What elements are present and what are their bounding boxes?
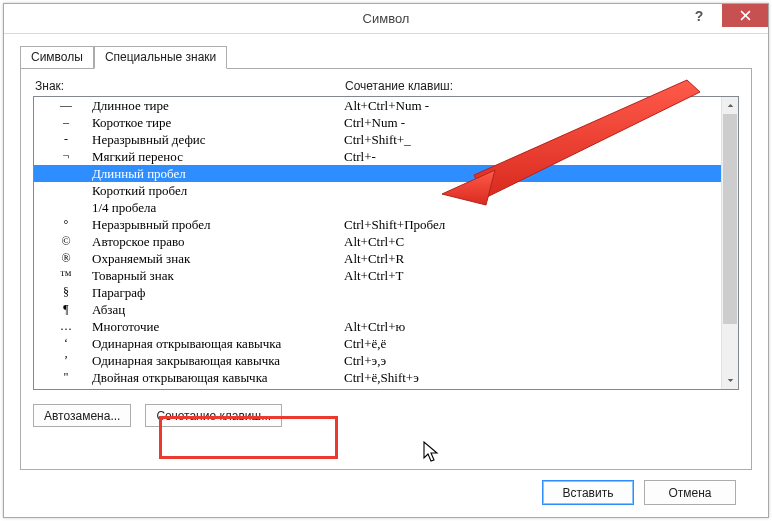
list-item[interactable]: ‘Одинарная открывающая кавычкаCtrl+ё,ё	[34, 335, 721, 352]
symbol-name: Охраняемый знак	[92, 251, 344, 267]
scrollbar-thumb[interactable]	[723, 114, 737, 324]
list-item[interactable]: °Неразрывный пробелCtrl+Shift+Пробел	[34, 216, 721, 233]
symbol-shortcut: Alt+Ctrl+Num -	[344, 98, 721, 114]
symbol-glyph: ’	[40, 353, 92, 368]
list-item[interactable]: ™Товарный знакAlt+Ctrl+T	[34, 267, 721, 284]
symbol-shortcut: Ctrl+ё,Shift+э	[344, 370, 721, 386]
scroll-up-button[interactable]	[722, 97, 738, 114]
list-item[interactable]: Короткий пробел	[34, 182, 721, 199]
scroll-down-button[interactable]	[722, 372, 738, 389]
list-item[interactable]: —Длинное тиреAlt+Ctrl+Num -	[34, 97, 721, 114]
autocorrect-button[interactable]: Автозамена...	[33, 404, 131, 427]
symbol-shortcut: Alt+Ctrl+ю	[344, 319, 721, 335]
symbol-name: Авторское право	[92, 234, 344, 250]
symbol-shortcut: Alt+Ctrl+C	[344, 234, 721, 250]
symbol-shortcut: Alt+Ctrl+T	[344, 268, 721, 284]
cancel-button[interactable]: Отмена	[644, 480, 736, 505]
tab-panel: Знак: Сочетание клавиш: —Длинное тиреAlt…	[20, 68, 752, 470]
symbol-dialog: Символ ? Символы Специальные знаки Знак:…	[3, 3, 769, 518]
symbol-name: Длинное тире	[92, 98, 344, 114]
symbol-name: Одинарная закрывающая кавычка	[92, 353, 344, 369]
symbol-glyph: ¶	[40, 302, 92, 317]
column-headers: Знак: Сочетание клавиш:	[33, 79, 739, 93]
symbol-glyph: …	[40, 319, 92, 334]
list-item[interactable]: "Двойная открывающая кавычкаCtrl+ё,Shift…	[34, 369, 721, 386]
titlebar: Символ ?	[4, 4, 768, 34]
list-body[interactable]: —Длинное тиреAlt+Ctrl+Num -–Короткое тир…	[34, 97, 721, 389]
symbol-glyph: ‘	[40, 336, 92, 351]
tab-strip: Символы Специальные знаки	[20, 44, 752, 68]
tab-special-chars[interactable]: Специальные знаки	[94, 46, 227, 69]
header-sign: Знак:	[35, 79, 345, 93]
window-title: Символ	[4, 11, 768, 26]
list-item[interactable]: §Параграф	[34, 284, 721, 301]
symbol-shortcut: Ctrl+Shift+Пробел	[344, 217, 721, 233]
symbol-name: Неразрывный дефис	[92, 132, 344, 148]
symbol-name: Двойная открывающая кавычка	[92, 370, 344, 386]
symbol-glyph: —	[40, 98, 92, 113]
symbol-name: Параграф	[92, 285, 344, 301]
list-item[interactable]: ¬Мягкий переносCtrl+-	[34, 148, 721, 165]
header-keys: Сочетание клавиш:	[345, 79, 737, 93]
list-item[interactable]: …МноготочиеAlt+Ctrl+ю	[34, 318, 721, 335]
list-item[interactable]: ’Одинарная закрывающая кавычкаCtrl+э,э	[34, 352, 721, 369]
chevron-up-icon	[727, 102, 734, 109]
list-item[interactable]: Длинный пробел	[34, 165, 721, 182]
symbol-shortcut: Ctrl+-	[344, 149, 721, 165]
symbol-glyph: -	[40, 132, 92, 147]
symbol-shortcut: Ctrl+Num -	[344, 115, 721, 131]
symbol-glyph: ¬	[40, 149, 92, 164]
list-item[interactable]: ©Авторское правоAlt+Ctrl+C	[34, 233, 721, 250]
symbol-shortcut: Alt+Ctrl+R	[344, 251, 721, 267]
symbol-shortcut: Ctrl+э,э	[344, 353, 721, 369]
close-icon	[740, 10, 751, 21]
symbol-name: Товарный знак	[92, 268, 344, 284]
symbol-shortcut: Ctrl+Shift+_	[344, 132, 721, 148]
dialog-buttons: Вставить Отмена	[20, 470, 752, 505]
symbol-glyph: "	[40, 370, 92, 385]
symbol-name: Мягкий перенос	[92, 149, 344, 165]
window-buttons: ?	[676, 4, 768, 34]
symbol-name: Неразрывный пробел	[92, 217, 344, 233]
list-item[interactable]: –Короткое тиреCtrl+Num -	[34, 114, 721, 131]
list-item[interactable]: -Неразрывный дефисCtrl+Shift+_	[34, 131, 721, 148]
symbol-name: Короткий пробел	[92, 183, 344, 199]
list-item[interactable]: 1/4 пробела	[34, 199, 721, 216]
symbol-glyph: ©	[40, 234, 92, 249]
close-button[interactable]	[722, 4, 768, 27]
client-area: Символы Специальные знаки Знак: Сочетани…	[4, 34, 768, 517]
shortcut-key-button[interactable]: Сочетание клавиш...	[145, 404, 282, 427]
panel-buttons: Автозамена... Сочетание клавиш...	[33, 404, 739, 427]
symbol-name: Длинный пробел	[92, 166, 344, 182]
symbol-name: 1/4 пробела	[92, 200, 344, 216]
symbol-name: Абзац	[92, 302, 344, 318]
symbol-glyph: ™	[40, 268, 92, 283]
help-button[interactable]: ?	[676, 4, 722, 27]
symbol-glyph: °	[40, 217, 92, 232]
list-item[interactable]: ¶Абзац	[34, 301, 721, 318]
symbol-shortcut: Ctrl+ё,ё	[344, 336, 721, 352]
symbol-glyph: §	[40, 285, 92, 300]
tab-symbols[interactable]: Символы	[20, 46, 94, 69]
special-chars-list: —Длинное тиреAlt+Ctrl+Num -–Короткое тир…	[33, 96, 739, 390]
scrollbar-vertical[interactable]	[721, 97, 738, 389]
symbol-name: Короткое тире	[92, 115, 344, 131]
chevron-down-icon	[727, 377, 734, 384]
insert-button[interactable]: Вставить	[542, 480, 634, 505]
symbol-glyph: ®	[40, 251, 92, 266]
symbol-name: Одинарная открывающая кавычка	[92, 336, 344, 352]
scrollbar-track[interactable]	[722, 114, 738, 372]
symbol-name: Многоточие	[92, 319, 344, 335]
symbol-glyph: –	[40, 115, 92, 130]
list-item[interactable]: ®Охраняемый знакAlt+Ctrl+R	[34, 250, 721, 267]
